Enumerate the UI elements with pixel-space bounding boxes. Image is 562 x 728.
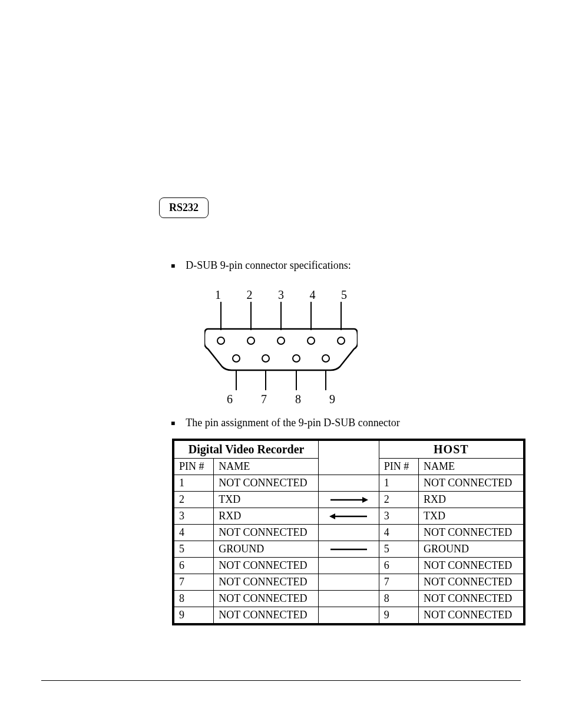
table-row: 2TXD2RXD (173, 492, 524, 508)
cell-name: GROUND (418, 541, 524, 558)
square-bullet-icon: ■ (171, 419, 175, 428)
svg-point-12 (293, 355, 300, 362)
pin-label: 4 (310, 288, 316, 302)
cell-name: NOT CONNECTED (214, 558, 319, 574)
cell-pin: 5 (379, 541, 418, 558)
table-left-title: Digital Video Recorder (173, 440, 319, 459)
svg-point-13 (322, 355, 329, 362)
cell-pin: 1 (173, 475, 214, 492)
bullet-item: ■ D-SUB 9-pin connector specifications: (171, 259, 521, 272)
table-row: 7NOT CONNECTED7NOT CONNECTED (173, 574, 524, 591)
col-header-pin: PIN # (173, 459, 214, 475)
col-header-name: NAME (214, 459, 319, 475)
cell-pin: 8 (379, 591, 418, 607)
cell-name: NOT CONNECTED (214, 475, 319, 492)
table-row: 4NOT CONNECTED4NOT CONNECTED (173, 525, 524, 541)
cell-name: NOT CONNECTED (418, 607, 524, 625)
cell-name: GROUND (214, 541, 319, 558)
pin-label: 6 (227, 393, 233, 406)
cell-pin: 3 (379, 508, 418, 525)
svg-point-9 (338, 337, 345, 344)
col-header-pin: PIN # (379, 459, 418, 475)
bullet-list: ■ D-SUB 9-pin connector specifications: (171, 259, 521, 272)
bullet-text: The pin assignment of the 9-pin D-SUB co… (186, 417, 399, 429)
svg-point-11 (262, 355, 269, 362)
cell-name: NOT CONNECTED (214, 574, 319, 591)
cell-connection (319, 475, 379, 492)
svg-point-10 (233, 355, 240, 362)
pin-label: 9 (329, 393, 335, 406)
table-title-row: Digital Video Recorder HOST (173, 440, 524, 459)
cell-pin: 4 (379, 525, 418, 541)
cell-connection (319, 574, 379, 591)
cell-name: NOT CONNECTED (418, 574, 524, 591)
square-bullet-icon: ■ (171, 262, 175, 271)
dsub-connector-diagram: 1 2 3 4 5 (204, 288, 358, 406)
table-row: 3RXD3TXD (173, 508, 524, 525)
cell-pin: 9 (173, 607, 214, 625)
dsub-shell-icon (204, 302, 358, 390)
cell-name: NOT CONNECTED (214, 591, 319, 607)
cell-pin: 2 (173, 492, 214, 508)
cell-connection (319, 558, 379, 574)
cell-name: NOT CONNECTED (418, 558, 524, 574)
pin-label: 1 (215, 288, 221, 302)
col-header-name: NAME (418, 459, 524, 475)
svg-marker-19 (362, 497, 368, 503)
cell-name: RXD (214, 508, 319, 525)
table-row: 6NOT CONNECTED6NOT CONNECTED (173, 558, 524, 574)
pin-label: 8 (295, 393, 301, 406)
bullet-text: D-SUB 9-pin connector specifications: (186, 259, 351, 272)
cell-connection (319, 492, 379, 508)
dsub-top-pin-numbers: 1 2 3 4 5 (204, 288, 358, 302)
svg-point-5 (217, 337, 224, 344)
bullet-list: ■ The pin assignment of the 9-pin D-SUB … (171, 417, 521, 429)
cell-pin: 3 (173, 508, 214, 525)
cell-pin: 2 (379, 492, 418, 508)
svg-point-7 (277, 337, 285, 344)
cell-connection (319, 607, 379, 625)
table-row: 5GROUND5GROUND (173, 541, 524, 558)
cell-name: NOT CONNECTED (418, 475, 524, 492)
pin-label: 2 (247, 288, 253, 302)
dsub-bottom-pin-numbers: 6 7 8 9 (204, 393, 358, 406)
cell-connection (319, 591, 379, 607)
svg-marker-21 (329, 513, 335, 519)
cell-name: TXD (214, 492, 319, 508)
cell-name: NOT CONNECTED (418, 591, 524, 607)
arrow-right-icon (328, 496, 369, 504)
cell-name: RXD (418, 492, 524, 508)
pin-assignment-table: Digital Video Recorder HOST PIN # NAME P… (172, 439, 525, 625)
svg-point-8 (308, 337, 315, 344)
table-row: 8NOT CONNECTED8NOT CONNECTED (173, 591, 524, 607)
pin-label: 3 (278, 288, 284, 302)
pin-label: 7 (261, 393, 267, 406)
footer-divider (41, 680, 521, 681)
cell-name: NOT CONNECTED (418, 525, 524, 541)
cell-pin: 7 (173, 574, 214, 591)
connection-line-icon (328, 545, 369, 554)
document-page: RS232 ■ D-SUB 9-pin connector specificat… (0, 0, 562, 728)
cell-pin: 4 (173, 525, 214, 541)
cell-pin: 9 (379, 607, 418, 625)
cell-connection (319, 525, 379, 541)
cell-connection (319, 508, 379, 525)
svg-point-6 (247, 337, 254, 344)
section-heading-rs232: RS232 (159, 197, 209, 218)
cell-pin: 5 (173, 541, 214, 558)
pin-label: 5 (341, 288, 347, 302)
cell-pin: 8 (173, 591, 214, 607)
bullet-item: ■ The pin assignment of the 9-pin D-SUB … (171, 417, 521, 429)
arrow-left-icon (328, 512, 369, 521)
table-mid-spacer (319, 440, 379, 475)
cell-pin: 1 (379, 475, 418, 492)
cell-name: TXD (418, 508, 524, 525)
table-right-title: HOST (379, 440, 524, 459)
cell-name: NOT CONNECTED (214, 525, 319, 541)
cell-pin: 6 (379, 558, 418, 574)
cell-connection (319, 541, 379, 558)
cell-pin: 7 (379, 574, 418, 591)
table-row: 1NOT CONNECTED1NOT CONNECTED (173, 475, 524, 492)
table-row: 9NOT CONNECTED9NOT CONNECTED (173, 607, 524, 625)
cell-name: NOT CONNECTED (214, 607, 319, 625)
